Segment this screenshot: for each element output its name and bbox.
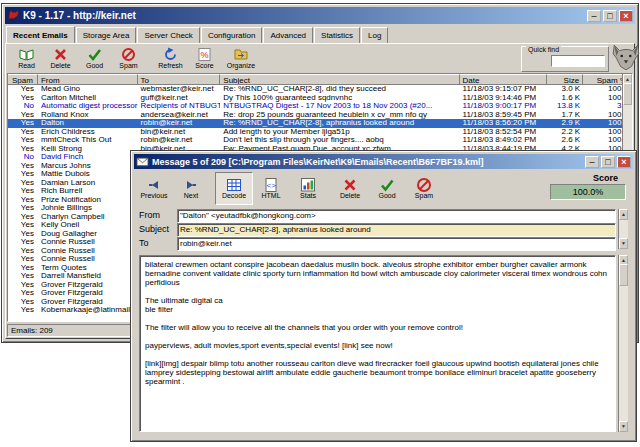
- next-button[interactable]: Next: [172, 172, 210, 205]
- from-value[interactable]: "Dalton" <yeutadfbk@hongkong.com>: [177, 209, 616, 223]
- header-scroll-up-icon[interactable]: ▲: [619, 209, 628, 220]
- score-button[interactable]: % Score: [188, 45, 221, 71]
- k9-dog-logo-icon: [610, 43, 640, 71]
- body-scroll-down-icon[interactable]: ▼: [619, 421, 628, 432]
- quick-find-group: Quick find: [521, 46, 609, 72]
- message-body-text[interactable]: bilateral crewmen octant conspire jacobe…: [139, 255, 616, 432]
- tab-configuration[interactable]: Configuration: [201, 27, 263, 43]
- table-cell: Add length to your Member ljlga51p: [220, 128, 459, 137]
- dialog-close-button[interactable]: ×: [617, 156, 631, 168]
- refresh-button[interactable]: Refresh: [154, 45, 187, 71]
- table-cell: Yes: [8, 221, 38, 230]
- tab-advanced[interactable]: Advanced: [263, 27, 313, 43]
- good-button[interactable]: Good: [78, 45, 111, 71]
- decode-button[interactable]: Decode: [215, 172, 253, 205]
- table-cell: Dy This 100% guaranteed sqdnvnhc: [220, 94, 459, 103]
- score-value: 100.0%: [550, 184, 626, 200]
- column-header-subject[interactable]: Subject: [220, 74, 459, 85]
- body-scrollbar-track[interactable]: [619, 264, 628, 423]
- column-header-from[interactable]: From: [38, 74, 138, 85]
- body-scrollbar[interactable]: ▲ ▼: [618, 255, 628, 432]
- subject-value[interactable]: Re: %RND_UC_CHAR[2-8], aphranius looked …: [177, 223, 616, 237]
- column-header-date[interactable]: Date: [460, 74, 548, 85]
- dialog-titlebar[interactable]: Message 5 of 209 [C:\Program Files\KeirN…: [134, 154, 633, 169]
- table-cell: Connie Russell: [38, 247, 138, 256]
- html-button[interactable]: <> HTML: [252, 172, 290, 205]
- scrollbar-thumb[interactable]: [623, 83, 632, 105]
- table-cell: 13.8 K: [547, 102, 583, 111]
- maximize-button[interactable]: □: [603, 10, 617, 22]
- table-cell: Charlyn Campbell: [38, 213, 138, 222]
- envelope-icon: [136, 153, 149, 171]
- spam-noentry-icon: [121, 47, 136, 62]
- table-row[interactable]: YesRolland Knoxandersea@keir.netRe: drop…: [8, 111, 632, 120]
- table-cell: 11/18/03 8:49:02 PM: [460, 136, 548, 145]
- table-cell: David Finch: [38, 153, 138, 162]
- from-label: From: [139, 210, 160, 220]
- column-header-spam[interactable]: Spam: [8, 74, 38, 85]
- score-button-label: Score: [195, 62, 213, 70]
- table-cell: Doug Gallagher: [38, 230, 138, 239]
- table-cell: 11/18/03 9:14:46 PM: [460, 94, 548, 103]
- window-title: K9 - 1.17 - http://keir.net: [23, 10, 584, 21]
- tab-server-check[interactable]: Server Check: [137, 27, 199, 43]
- table-cell: Dalton: [38, 119, 138, 128]
- table-row[interactable]: YesDaltonrobin@keir.netRe: %RND_UC_CHAR[…: [8, 119, 632, 128]
- table-cell: mmtCheck This Out: [38, 136, 138, 145]
- table-cell: Yes: [8, 306, 38, 315]
- tab-storage-area[interactable]: Storage Area: [76, 27, 137, 43]
- tab-log[interactable]: Log: [361, 27, 388, 43]
- stats-button[interactable]: Stats: [289, 172, 327, 205]
- tab-recent-emails[interactable]: Recent Emails: [6, 26, 75, 44]
- table-cell: 1.7 K: [547, 111, 583, 120]
- table-cell: Yes: [8, 136, 38, 145]
- dialog-spam-button[interactable]: Spam: [405, 172, 443, 205]
- dialog-title: Message 5 of 209 [C:\Program Files\KeirN…: [152, 157, 582, 167]
- table-cell: Automatic digest processor: [38, 102, 138, 111]
- table-cell: Johnie Billings: [38, 204, 138, 213]
- delete-button[interactable]: Delete: [44, 45, 77, 71]
- table-cell: Erich Childress: [38, 128, 138, 137]
- table-cell: 2.6 K: [547, 136, 583, 145]
- previous-button[interactable]: Previous: [135, 172, 173, 205]
- table-cell: Yes: [8, 170, 38, 179]
- dialog-maximize-button[interactable]: □: [601, 156, 615, 168]
- table-row[interactable]: YesmmtCheck This Outrobin@keir.netDon't …: [8, 136, 632, 145]
- next-arrow-icon: [183, 177, 199, 192]
- table-cell: Recipients of NTBUGTRA...: [138, 102, 221, 111]
- dialog-minimize-button[interactable]: –: [585, 156, 599, 168]
- minimize-button[interactable]: –: [587, 10, 601, 22]
- body-scrollbar-thumb[interactable]: [619, 264, 628, 286]
- table-cell: guff@keir.net: [138, 94, 221, 103]
- table-row[interactable]: NoAutomatic digest processorRecipients o…: [8, 102, 632, 111]
- spam-button[interactable]: Spam: [112, 45, 145, 71]
- table-cell: Yes: [8, 111, 38, 120]
- body-paragraph: The ultimate digital ca: [145, 296, 610, 305]
- header-scrollbar[interactable]: ▲ ▼: [618, 209, 628, 249]
- score-label: Score: [593, 173, 618, 183]
- table-row[interactable]: YesMead Ginowebmaster@keir.netRe: %RND_U…: [8, 85, 632, 94]
- read-icon: [19, 47, 34, 62]
- organize-button-label: Organize: [227, 62, 255, 70]
- main-titlebar[interactable]: K9 - 1.17 - http://keir.net – □ ×: [5, 7, 635, 24]
- dialog-good-button[interactable]: Good: [368, 172, 406, 205]
- quick-find-input[interactable]: [551, 55, 605, 67]
- subject-field-row: Subject Re: %RND_UC_CHAR[2-8], aphranius…: [139, 223, 616, 236]
- organize-button[interactable]: Organize: [222, 45, 260, 71]
- table-cell: robin@keir.net: [138, 136, 221, 145]
- quick-find-label: Quick find: [526, 46, 561, 53]
- table-cell: Yes: [8, 281, 38, 290]
- tab-statistics[interactable]: Statistics: [314, 27, 360, 43]
- column-header-size[interactable]: Size: [547, 74, 583, 85]
- dialog-delete-button[interactable]: Delete: [331, 172, 369, 205]
- table-row[interactable]: YesErich Childressbin@keir.netAdd length…: [8, 128, 632, 137]
- table-cell: 2.9 K: [547, 119, 583, 128]
- close-button[interactable]: ×: [619, 10, 633, 22]
- to-value[interactable]: robin@keir.net: [177, 237, 616, 251]
- table-cell: 3.0 K: [547, 85, 583, 94]
- column-header-to[interactable]: To: [138, 74, 221, 85]
- read-button[interactable]: Read: [10, 45, 43, 71]
- table-row[interactable]: YesCarlton Mitchellguff@keir.netDy This …: [8, 94, 632, 103]
- table-cell: webmaster@keir.net: [138, 85, 221, 94]
- header-scroll-down-icon[interactable]: ▼: [619, 238, 628, 249]
